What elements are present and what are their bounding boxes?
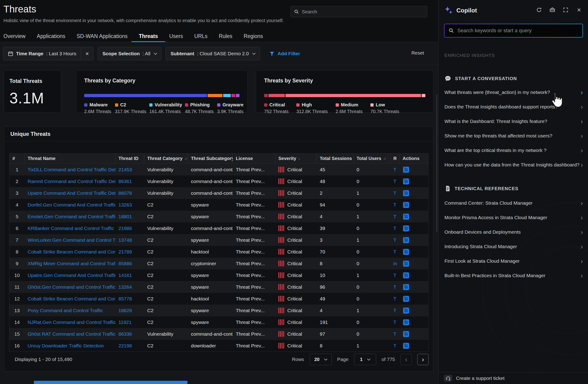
table-row[interactable]: 11 Gh0st.Gen Command and Control Traffic…	[9, 281, 428, 293]
table-column-header[interactable]: Total Users ↓↑ ↓	[354, 154, 390, 163]
table-action-icon[interactable]	[402, 260, 409, 267]
sort-both-icon[interactable]: ↓↑	[184, 157, 187, 160]
threat-id-link[interactable]: 13264	[119, 284, 132, 290]
threat-name-link[interactable]: Dorifel.Gen Command And Control Traffic	[28, 202, 115, 208]
threat-id-link[interactable]: 85778	[119, 296, 132, 302]
table-column-header[interactable]: Threat Name ↓↑ ↓	[25, 154, 115, 163]
remediation-link[interactable]: T	[393, 202, 396, 208]
copilot-search-input[interactable]	[457, 28, 578, 34]
table-row[interactable]: 14 NJRat.Gen Command and Control Traffic…	[9, 316, 428, 328]
threat-name-link[interactable]: Cobalt Strike Beacon Command and Contro	[28, 249, 115, 255]
table-row[interactable]: 7 WireLurker.Gen Command and Control Tra…	[9, 234, 428, 246]
table-column-header[interactable]: Threat Category ↓↑ ↓	[144, 154, 188, 163]
reset-filters-button[interactable]: Reset	[411, 50, 424, 56]
technical-reference-item[interactable]: First Look at Strata Cloud Manager ›	[444, 254, 583, 268]
threat-name-link[interactable]: Gh0st RAT Command and Control Traffic D	[28, 331, 115, 337]
threat-id-link[interactable]: 13263	[119, 202, 132, 208]
sort-desc-icon[interactable]: ↓	[298, 156, 300, 161]
threat-id-link[interactable]: 14161	[119, 272, 132, 278]
technical-reference-item[interactable]: Introducing Strata Cloud Manager ›	[444, 239, 583, 254]
technical-reference-item[interactable]: Monitor Prisma Access in Strata Cloud Ma…	[444, 210, 583, 225]
support-ticket-label[interactable]: Create a support ticket	[456, 376, 504, 381]
table-row[interactable]: 3 Upatre Command And Control Traffic Det…	[9, 187, 428, 199]
global-search[interactable]	[291, 6, 427, 17]
copilot-search[interactable]	[444, 24, 583, 38]
scope-selection-chip[interactable]: Scope Selection : All	[98, 47, 162, 60]
threat-name-link[interactable]: Unruy Downloader Traffic Detection	[28, 343, 104, 349]
conversation-suggestion-item[interactable]: How can you use the data from the Threat…	[444, 158, 583, 172]
remediation-link[interactable]: T	[393, 284, 396, 290]
expand-icon[interactable]	[562, 6, 570, 14]
table-row[interactable]: 4 Dorifel.Gen Command And Control Traffi…	[9, 199, 428, 211]
threat-name-link[interactable]: XMRig Miner Command and Control Traffic	[28, 261, 115, 266]
threat-id-link[interactable]: 86336	[119, 331, 132, 337]
sort-both-icon[interactable]: ↓↑	[383, 157, 386, 160]
nav-tab[interactable]: Overview	[3, 30, 25, 42]
threat-id-link[interactable]: 18801	[119, 214, 132, 219]
technical-reference-item[interactable]: Onboard Devices and Deployments ›	[444, 225, 583, 239]
remediation-link[interactable]: T	[393, 237, 396, 243]
technical-reference-item[interactable]: Command Center: Strata Cloud Manager ›	[444, 196, 583, 210]
remediation-link[interactable]: T	[393, 249, 396, 255]
technical-reference-item[interactable]: Built-In Best Practices in Strata Cloud …	[444, 268, 583, 283]
table-action-icon[interactable]	[402, 295, 409, 302]
threat-name-link[interactable]: KRBanker Command and Control Traffic De	[28, 226, 115, 231]
table-action-icon[interactable]	[402, 272, 409, 279]
threat-id-link[interactable]: 86078	[119, 190, 132, 196]
table-row[interactable]: 15 Gh0st RAT Command and Control Traffic…	[9, 328, 428, 340]
conversation-suggestion-item[interactable]: Show me the top threats that affected mo…	[444, 129, 583, 143]
main-scrollbar[interactable]	[436, 94, 437, 232]
threat-id-link[interactable]: 86361	[119, 179, 132, 184]
table-action-icon[interactable]	[402, 166, 409, 173]
threat-id-link[interactable]: 85886	[119, 261, 132, 266]
table-action-icon[interactable]	[402, 248, 409, 255]
table-row[interactable]: 9 XMRig Miner Command and Control Traffi…	[9, 258, 428, 269]
table-row[interactable]: 5 Emotet.Gen Command and Control Traffic…	[9, 211, 428, 222]
headset-icon[interactable]	[444, 375, 452, 382]
table-action-icon[interactable]	[402, 284, 409, 291]
remediation-link[interactable]: T	[393, 179, 396, 184]
threat-name-link[interactable]: TixDLL Command and Control Traffic Detec	[28, 167, 115, 172]
table-column-header[interactable]: License ↓↑ ↓	[233, 154, 275, 163]
close-icon[interactable]: ×	[575, 6, 583, 14]
threat-name-link[interactable]: Emotet.Gen Command and Control Traffic	[28, 214, 115, 219]
threat-name-link[interactable]: Cobalt Strike Beacon Command and Contro	[28, 296, 115, 302]
remediation-link[interactable]: T	[393, 226, 396, 231]
remediation-link[interactable]: T	[393, 331, 396, 337]
table-row[interactable]: 10 Upatre.Gen Command And Control Traffi…	[9, 269, 428, 281]
table-row[interactable]: 13 Pony Command and Control Traffic 1882…	[9, 305, 428, 316]
remediation-link[interactable]: T	[393, 343, 396, 349]
table-action-icon[interactable]	[402, 319, 409, 326]
threat-id-link[interactable]: 21986	[119, 226, 132, 231]
remediation-link[interactable]: T	[393, 214, 396, 219]
table-action-icon[interactable]	[402, 237, 409, 244]
table-action-icon[interactable]	[402, 225, 409, 232]
table-action-icon[interactable]	[402, 202, 409, 208]
nav-tab[interactable]: SD-WAN Applications	[77, 30, 128, 42]
previous-page-button[interactable]: ‹	[400, 354, 412, 365]
briefcase-icon[interactable]	[548, 6, 556, 14]
threat-name-link[interactable]: Ramnit Command and Control Traffic Detec	[28, 179, 115, 184]
nav-tab[interactable]: URLs	[194, 30, 208, 42]
history-icon[interactable]	[535, 6, 543, 14]
time-range-filter-chip[interactable]: Time Range : Last 3 Hours ×	[3, 47, 93, 60]
next-page-button[interactable]: ›	[417, 354, 429, 365]
nav-tab[interactable]: Regions	[244, 30, 263, 42]
table-column-header[interactable]: Threat Subcategory ↓↑ ↓	[188, 154, 233, 163]
nav-tab[interactable]: Threats	[139, 30, 158, 42]
table-column-header[interactable]: Threat ID ↓↑ ↓	[115, 154, 144, 163]
threat-id-link[interactable]: 11921	[119, 319, 132, 325]
remove-time-filter-icon[interactable]: ×	[81, 47, 93, 60]
remediation-link[interactable]: T	[393, 167, 396, 172]
table-column-header[interactable]: Severity ↓↑ ↓	[275, 154, 317, 163]
nav-tab[interactable]: Rules	[219, 30, 232, 42]
table-action-icon[interactable]	[402, 213, 409, 220]
remediation-link[interactable]: T	[393, 272, 396, 278]
threat-name-link[interactable]: Gh0st.Gen Command and Control Traffic	[28, 284, 115, 290]
threat-id-link[interactable]: 13748	[119, 237, 132, 243]
page-select[interactable]: 1	[354, 354, 376, 365]
nav-tab[interactable]: Users	[169, 30, 183, 42]
conversation-suggestion-item[interactable]: What are the top critical threats in my …	[444, 143, 583, 158]
table-action-icon[interactable]	[402, 307, 409, 314]
remediation-link[interactable]: T	[393, 190, 396, 196]
